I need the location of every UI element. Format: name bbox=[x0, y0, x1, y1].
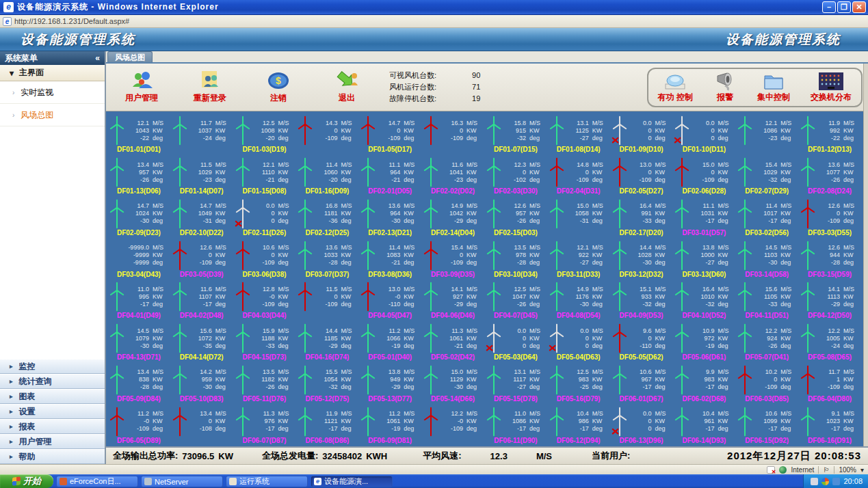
turbine-cell[interactable]: 11.2M/S 1061KW -19deg DF06-09(D81) bbox=[358, 405, 421, 446]
page-error-icon[interactable] bbox=[767, 466, 775, 474]
turbine-cell[interactable]: 16.4M/S 991KW -33deg DF02-17(D20) bbox=[610, 198, 673, 239]
turbine-cell[interactable]: 11.1M/S 964KW -21deg DF02-01(D05) bbox=[358, 156, 421, 198]
turbine-cell[interactable]: 12.6M/S 0KW -109deg DF03-03(D55) bbox=[798, 198, 861, 239]
sidebar-item-reports[interactable]: ▸报表 bbox=[0, 419, 105, 434]
turbine-cell[interactable]: 12.1M/S 1110KW -21deg DF01-15(D08) bbox=[233, 156, 296, 198]
turbine-cell[interactable]: 11.3M/S 1061KW -21deg DF05-02(D42) bbox=[421, 322, 484, 364]
turbine-cell[interactable]: 15.8M/S 915KW -32deg DF01-07(D15) bbox=[484, 114, 547, 156]
sidebar-item-charts[interactable]: ▸图表 bbox=[0, 389, 105, 404]
logout-button[interactable]: $ 注销 bbox=[246, 70, 311, 104]
turbine-cell[interactable]: 14.7M/S 1049KW -31deg DF02-10(D22) bbox=[170, 198, 233, 239]
turbine-cell[interactable]: 12.6M/S 0KW -109deg DF03-05(D39) bbox=[170, 239, 233, 280]
turbine-cell[interactable]: 14.5M/S 1079KW -30deg DF04-13(D71) bbox=[107, 322, 170, 364]
turbine-cell[interactable]: 13.1M/S 1125KW -27deg DF01-08(D14) bbox=[547, 114, 610, 156]
turbine-cell[interactable]: 16.8M/S 1181KW -36deg DF02-12(D25) bbox=[296, 198, 359, 239]
turbine-cell[interactable]: 11.0M/S 1086KW -17deg DF06-11(D90) bbox=[484, 405, 547, 446]
turbine-cell[interactable]: -9999.0M/S -9999KW -9999deg DF03-04(D43) bbox=[107, 239, 170, 280]
turbine-cell[interactable]: 14.9M/S 1042KW -29deg DF02-14(D04) bbox=[421, 198, 484, 239]
sidebar-item-settings[interactable]: ▸设置 bbox=[0, 404, 105, 419]
turbine-cell[interactable]: 14.4M/S 1028KW -30deg DF03-12(D32) bbox=[610, 239, 673, 280]
turbine-cell[interactable]: 15.4M/S 1029KW -32deg DF02-07(D29) bbox=[735, 156, 798, 198]
turbine-cell[interactable]: 11.2M/S 1066KW -19deg DF05-01(D40) bbox=[358, 322, 421, 364]
zoom-level[interactable]: 100% bbox=[839, 466, 856, 474]
turbine-cell[interactable]: 0.0M/S 0KW 0deg DF05-04(D63) bbox=[547, 322, 610, 364]
start-button[interactable]: 开始 bbox=[0, 474, 53, 488]
turbine-cell[interactable]: 15.0M/S 1058KW -31deg bbox=[547, 198, 610, 239]
close-button[interactable]: ✕ bbox=[852, 1, 866, 13]
turbine-cell[interactable]: 13.6M/S 1033KW -28deg DF03-07(D37) bbox=[296, 239, 359, 280]
turbine-cell[interactable]: 14.7M/S 0KW -109deg DF01-05(D17) bbox=[358, 114, 421, 156]
turbine-cell[interactable]: 10.6M/S 0KW -109deg DF03-06(D38) bbox=[233, 239, 296, 280]
turbine-cell[interactable]: 13.4M/S 0KW -108deg bbox=[170, 405, 233, 446]
turbine-cell[interactable]: 14.7M/S 1024KW -30deg DF02-09(D23) bbox=[107, 198, 170, 239]
turbine-cell[interactable]: 13.8M/S 949KW -29deg DF05-13(D77) bbox=[358, 364, 421, 405]
turbine-cell[interactable]: 13.4M/S 957KW -26deg DF01-13(D06) bbox=[107, 156, 170, 198]
url-text[interactable]: http://192.168.1.231/Default.aspx# bbox=[14, 17, 129, 25]
turbine-cell[interactable]: 11.4M/S 1017KW -17deg DF03-02(D56) bbox=[735, 198, 798, 239]
sidebar-item-realtime[interactable]: › 实时监视 bbox=[0, 81, 105, 104]
turbine-cell[interactable]: 14.8M/S 0KW -109deg DF02-04(D31) bbox=[547, 156, 610, 198]
turbine-cell[interactable]: 10.6M/S 1099KW -17deg DF06-15(D92) bbox=[735, 405, 798, 446]
turbine-cell[interactable]: 11.7M/S 1037KW -24deg bbox=[170, 114, 233, 156]
turbine-cell[interactable]: 15.4M/S 0KW -109deg DF03-09(D35) bbox=[421, 239, 484, 280]
turbine-cell[interactable]: 16.4M/S 1010KW -32deg DF04-10(D52) bbox=[673, 280, 736, 322]
turbine-cell[interactable]: 10.4M/S 961KW -17deg DF06-14(D93) bbox=[673, 405, 736, 446]
turbine-cell[interactable]: 10.6M/S 967KW -17deg DF06-01(D67) bbox=[610, 364, 673, 405]
task-energy-system[interactable]: e设备能源演... bbox=[311, 476, 393, 487]
turbine-cell[interactable]: 13.5M/S 978KW -28deg DF03-10(D34) bbox=[484, 239, 547, 280]
turbine-cell[interactable]: 15.0M/S 1129KW -30deg DF05-14(D66) bbox=[421, 364, 484, 405]
active-power-control-button[interactable]: 有功 控制 bbox=[658, 72, 693, 103]
turbine-cell[interactable]: 15.1M/S 933KW -32deg DF04-09(D53) bbox=[610, 280, 673, 322]
turbine-cell[interactable]: 13.4M/S 838KW -28deg DF05-09(D84) bbox=[107, 364, 170, 405]
exit-button[interactable]: 退出 bbox=[314, 70, 380, 104]
turbine-cell[interactable]: 12.1M/S 1086KW -23deg bbox=[735, 114, 798, 156]
keyboard-tray-icon[interactable] bbox=[811, 478, 818, 485]
sidebar-item-windfarm-overview[interactable]: › 风场总图 bbox=[0, 104, 105, 126]
turbine-cell[interactable]: 0.0M/S 0KW 0deg DF05-03(D64) bbox=[484, 322, 547, 364]
turbine-cell[interactable]: 13.6M/S 1077KW -26deg DF02-08(D24) bbox=[798, 156, 861, 198]
sidebar-item-statistics-query[interactable]: ▸统计查询 bbox=[0, 374, 105, 389]
sidebar-item-monitoring[interactable]: ▸监控 bbox=[0, 359, 105, 374]
relogin-button[interactable]: 重新登录 bbox=[177, 70, 243, 104]
turbine-cell[interactable]: 15.9M/S 1188KW -33deg DF04-15(D73) bbox=[233, 322, 296, 364]
turbine-cell[interactable]: 11.2M/S -0KW -109deg DF06-05(D89) bbox=[107, 405, 170, 446]
turbine-cell[interactable]: 0.0M/S 0KW 0deg DF01-10(D11) bbox=[673, 114, 736, 156]
sidebar-item-help[interactable]: ▸帮助 bbox=[0, 449, 105, 464]
turbine-cell[interactable]: 15.5M/S 1054KW -32deg DF05-12(D75) bbox=[296, 364, 359, 405]
turbine-cell[interactable]: 11.4M/S 1060KW -20deg DF01-16(D09) bbox=[296, 156, 359, 198]
turbine-cell[interactable]: 11.6M/S 1041KW -23deg DF02-02(D02) bbox=[421, 156, 484, 198]
sidebar-item-user-management[interactable]: ▸用户管理 bbox=[0, 434, 105, 449]
turbine-cell[interactable]: 12.2M/S 924KW -26deg DF05-07(D41) bbox=[735, 322, 798, 364]
turbine-cell[interactable]: 15.6M/S 1072KW -35deg DF04-14(D72) bbox=[170, 322, 233, 364]
turbine-cell[interactable]: 14.4M/S 1185KW -29deg DF04-16(D74) bbox=[296, 322, 359, 364]
turbine-cell[interactable]: 12.6M/S 944KW -28deg DF03-15(D59) bbox=[798, 239, 861, 280]
turbine-cell[interactable]: 10.2M/S 0KW -109deg DF06-03(D85) bbox=[735, 364, 798, 405]
turbine-cell[interactable]: 14.1M/S 927KW -29deg DF04-06(D46) bbox=[421, 280, 484, 322]
turbine-cell[interactable]: 14.3M/S 0KW -109deg bbox=[296, 114, 359, 156]
turbine-cell[interactable]: 10.4M/S 986KW -17deg DF06-12(D94) bbox=[547, 405, 610, 446]
turbine-cell[interactable]: 13.6M/S 964KW -30deg DF02-13(D21) bbox=[358, 198, 421, 239]
turbine-cell[interactable]: 12.5M/S 983KW -25deg DF05-16(D79) bbox=[547, 364, 610, 405]
sidebar-collapse-icon[interactable]: « bbox=[95, 53, 100, 63]
tray-app-icon[interactable] bbox=[821, 478, 829, 485]
turbine-cell[interactable]: 11.7M/S 1KW -109deg DF06-04(D80) bbox=[798, 364, 861, 405]
turbine-cell[interactable]: 14.5M/S 1103KW -30deg DF03-14(D58) bbox=[735, 239, 798, 280]
turbine-cell[interactable]: 14.1M/S 1113KW -29deg DF04-12(D50) bbox=[798, 280, 861, 322]
turbine-cell[interactable]: 11.4M/S 1083KW -21deg DF03-08(D36) bbox=[358, 239, 421, 280]
turbine-cell[interactable]: 13.1M/S 1117KW -27deg DF05-15(D78) bbox=[484, 364, 547, 405]
turbine-cell[interactable]: 11.9M/S 992KW -22deg DF01-12(D13) bbox=[798, 114, 861, 156]
turbine-cell[interactable]: 0.0M/S 0KW 0deg DF01-09(D10) bbox=[610, 114, 673, 156]
turbine-cell[interactable]: 9.1M/S 1023KW -17deg DF06-16(D91) bbox=[798, 405, 861, 446]
turbine-cell[interactable]: 12.1M/S 1043KW -22deg DF01-01(D01) bbox=[107, 114, 170, 156]
turbine-cell[interactable]: 11.5M/S 1029KW -23deg DF01-14(D07) bbox=[170, 156, 233, 198]
turbine-cell[interactable]: 9.6M/S 0KW -110deg DF05-05(D62) bbox=[610, 322, 673, 364]
turbine-cell[interactable]: 14.2M/S 959KW -30deg DF05-10(D83) bbox=[170, 364, 233, 405]
task-runtime-system[interactable]: 运行系统 bbox=[226, 476, 308, 487]
turbine-cell[interactable]: 9.9M/S 983KW -17deg DF06-02(D68) bbox=[673, 364, 736, 405]
protected-mode-icon[interactable]: 🏳 bbox=[823, 466, 830, 474]
zoom-dropdown-icon[interactable]: ▾ bbox=[860, 466, 864, 474]
turbine-cell[interactable]: 14.9M/S 1176KW -30deg DF04-08(D54) bbox=[547, 280, 610, 322]
vertical-scrollbar[interactable] bbox=[863, 64, 868, 446]
turbine-cell[interactable]: 11.0M/S 995KW -17deg DF04-01(D49) bbox=[107, 280, 170, 322]
sidebar-group-main[interactable]: ▾ 主界面 bbox=[0, 65, 105, 81]
